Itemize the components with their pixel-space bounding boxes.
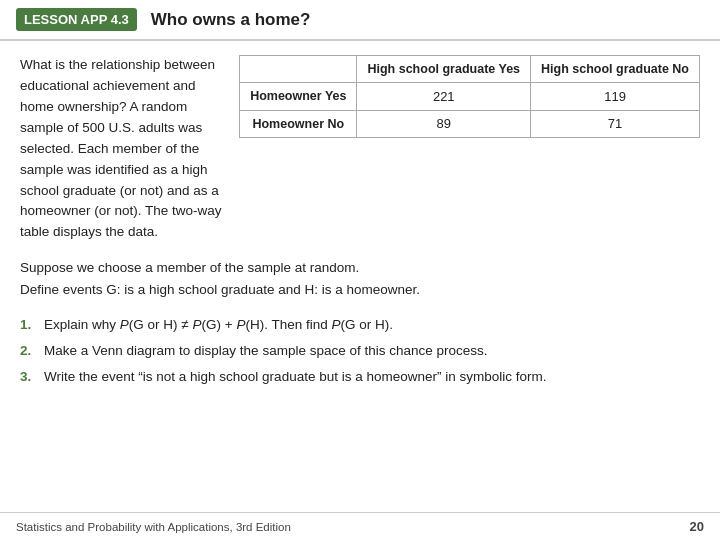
questions-section: 1. Explain why P(G or H) ≠ P(G) + P(H). … <box>20 310 700 391</box>
row1-label: Homeowner Yes <box>240 83 357 110</box>
header-title: Who owns a home? <box>151 10 311 30</box>
list-item: 2. Make a Venn diagram to display the sa… <box>20 340 700 362</box>
table-row: Homeowner Yes 221 119 <box>240 83 700 110</box>
suppose-section: Suppose we choose a member of the sample… <box>20 253 700 300</box>
row2-val2: 71 <box>531 110 700 137</box>
table-row: Homeowner No 89 71 <box>240 110 700 137</box>
q-num-2: 2. <box>20 340 38 362</box>
row2-label: Homeowner No <box>240 110 357 137</box>
table-empty-header <box>240 56 357 83</box>
footer-citation: Statistics and Probability with Applicat… <box>16 521 291 533</box>
row2-val1: 89 <box>357 110 531 137</box>
q-text-3: Write the event “is not a high school gr… <box>44 366 547 388</box>
top-section: What is the relationship between educati… <box>20 55 700 243</box>
lesson-badge: LESSON APP 4.3 <box>16 8 137 31</box>
suppose-line2: Define events G: is a high school gradua… <box>20 279 700 301</box>
header: LESSON APP 4.3 Who owns a home? <box>0 0 720 41</box>
footer: Statistics and Probability with Applicat… <box>0 512 720 540</box>
col-header-yes: High school graduate Yes <box>357 56 531 83</box>
list-item: 3. Write the event “is not a high school… <box>20 366 700 388</box>
q-num-1: 1. <box>20 314 38 336</box>
col-header-no: High school graduate No <box>531 56 700 83</box>
questions-list: 1. Explain why P(G or H) ≠ P(G) + P(H). … <box>20 314 700 387</box>
problem-text: What is the relationship between educati… <box>20 55 223 243</box>
q-text-2: Make a Venn diagram to display the sampl… <box>44 340 488 362</box>
main-content: What is the relationship between educati… <box>0 41 720 512</box>
suppose-line1: Suppose we choose a member of the sample… <box>20 257 700 279</box>
table-wrapper: High school graduate Yes High school gra… <box>239 55 700 138</box>
data-table: High school graduate Yes High school gra… <box>239 55 700 138</box>
q-text-1: Explain why P(G or H) ≠ P(G) + P(H). The… <box>44 314 393 336</box>
row1-val1: 221 <box>357 83 531 110</box>
page-number: 20 <box>690 519 704 534</box>
page: LESSON APP 4.3 Who owns a home? What is … <box>0 0 720 540</box>
q-num-3: 3. <box>20 366 38 388</box>
list-item: 1. Explain why P(G or H) ≠ P(G) + P(H). … <box>20 314 700 336</box>
row1-val2: 119 <box>531 83 700 110</box>
